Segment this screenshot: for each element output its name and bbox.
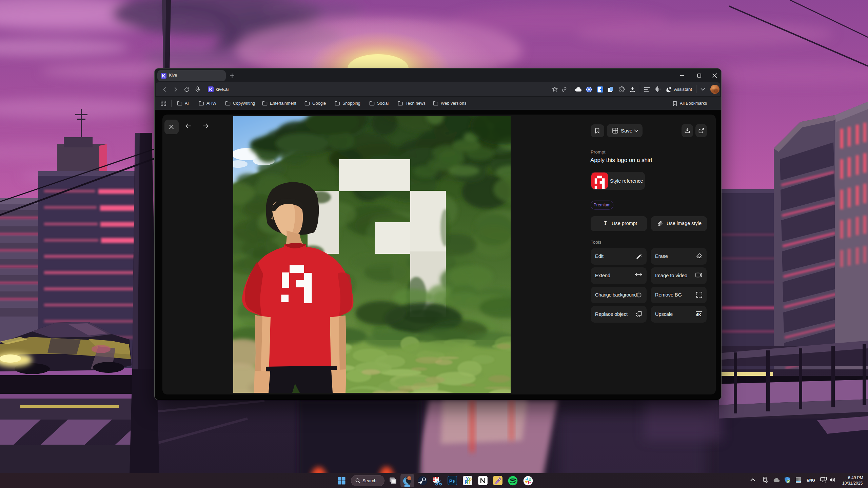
svg-text:4K: 4K [696,312,702,317]
svg-text:Ps: Ps [449,479,455,484]
